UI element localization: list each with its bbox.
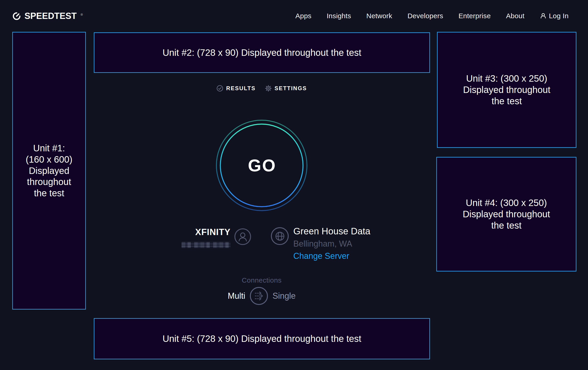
tab-settings-label: SETTINGS xyxy=(275,85,307,91)
tab-results-label: RESULTS xyxy=(226,85,256,91)
login-label: Log In xyxy=(549,12,569,20)
change-server-link[interactable]: Change Server xyxy=(293,251,349,261)
nav-links: Apps Insights Network Developers Enterpr… xyxy=(295,12,569,20)
gear-icon xyxy=(265,85,272,92)
check-circle-icon xyxy=(216,85,223,92)
server-globe-badge xyxy=(271,227,289,245)
view-tabs: RESULTS SETTINGS xyxy=(188,85,336,92)
globe-icon xyxy=(273,229,287,243)
ad-unit-4-text: Unit #4: (300 x 250) Displayed throughou… xyxy=(462,197,550,231)
tab-settings[interactable]: SETTINGS xyxy=(265,85,307,92)
logo-text: SPEEDTEST xyxy=(24,11,77,20)
isp-user-badge xyxy=(234,228,251,245)
go-button[interactable]: GO xyxy=(215,119,308,211)
ad-unit-2[interactable]: Unit #2: (728 x 90) Displayed throughout… xyxy=(94,32,430,73)
connections-multi-label[interactable]: Multi xyxy=(228,291,245,301)
connections-toggle-row: Multi Single xyxy=(220,287,303,305)
registered-mark: ® xyxy=(81,13,83,16)
logo[interactable]: SPEEDTEST ® xyxy=(12,11,83,20)
nav-item-developers[interactable]: Developers xyxy=(407,12,443,20)
ad-unit-3[interactable]: Unit #3: (300 x 250) Displayed throughou… xyxy=(437,32,577,148)
login-button[interactable]: Log In xyxy=(540,12,569,20)
speedtest-gauge-icon xyxy=(12,11,21,20)
speedtest-page: SPEEDTEST ® Apps Insights Network Develo… xyxy=(0,0,588,370)
nav-item-about[interactable]: About xyxy=(506,12,525,20)
server-location: Bellingham, WA xyxy=(293,239,370,249)
multi-connections-arrows-icon xyxy=(251,288,266,304)
isp-name: XFINITY xyxy=(195,227,231,237)
connections-heading: Connections xyxy=(220,276,303,284)
nav-item-insights[interactable]: Insights xyxy=(326,12,351,20)
connections-section: Connections Multi Single xyxy=(220,276,303,305)
ad-unit-4[interactable]: Unit #4: (300 x 250) Displayed throughou… xyxy=(436,157,577,271)
server-details: Green House Data Bellingham, WA Change S… xyxy=(293,226,370,261)
nav-item-network[interactable]: Network xyxy=(366,12,392,20)
connections-toggle-button[interactable] xyxy=(250,287,268,305)
nav-item-enterprise[interactable]: Enterprise xyxy=(458,12,491,20)
ad-unit-2-text: Unit #2: (728 x 90) Displayed throughout… xyxy=(163,47,361,58)
user-icon xyxy=(235,229,250,244)
ad-unit-1[interactable]: Unit #1: (160 x 600) Displayed throughou… xyxy=(12,32,86,310)
connection-info: XFINITY Green House Data Bellingham, WA … xyxy=(176,227,397,266)
go-label: GO xyxy=(215,119,308,211)
ad-unit-1-text: Unit #1: (160 x 600) Displayed throughou… xyxy=(26,142,72,199)
ad-unit-5-text: Unit #5: (728 x 90) Displayed throughout… xyxy=(163,333,361,344)
tab-results[interactable]: RESULTS xyxy=(216,85,256,92)
connections-single-label[interactable]: Single xyxy=(273,291,296,301)
ad-unit-3-text: Unit #3: (300 x 250) Displayed throughou… xyxy=(463,73,550,107)
person-icon xyxy=(540,12,547,19)
server-name: Green House Data xyxy=(293,226,370,236)
nav-item-apps[interactable]: Apps xyxy=(295,12,312,20)
redacted-ip xyxy=(181,242,231,248)
top-nav: SPEEDTEST ® Apps Insights Network Develo… xyxy=(0,0,588,32)
ad-unit-5[interactable]: Unit #5: (728 x 90) Displayed throughout… xyxy=(94,318,430,359)
